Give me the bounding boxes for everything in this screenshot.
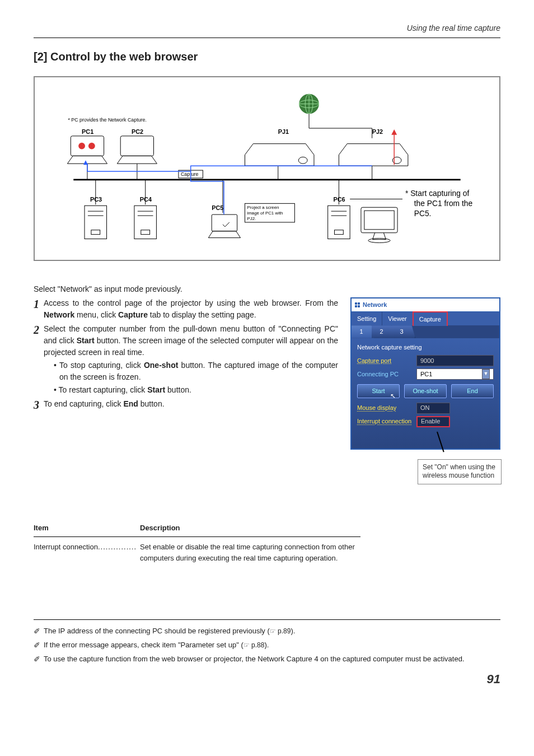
svg-text:PJ2.: PJ2. (247, 216, 256, 221)
input-capture-port[interactable]: 9000 (416, 355, 494, 366)
intro-text: Select "Network" as input mode previousl… (34, 283, 500, 295)
footnote-rule (34, 619, 500, 620)
window-title: Network (352, 298, 499, 312)
svg-text:PJ1: PJ1 (278, 128, 289, 135)
svg-rect-2 (71, 136, 104, 156)
label-mouse-display: Mouse display (357, 403, 413, 413)
instructions: 1 Access to the control page of the proj… (34, 297, 338, 489)
svg-text:PC4: PC4 (140, 196, 152, 203)
step-number: 1 (34, 297, 44, 321)
diag-caption: * PC provides the Network Capture. (68, 117, 147, 123)
top-rule (34, 38, 500, 38)
svg-point-31 (368, 239, 391, 243)
step-body: Select the computer number from the pull… (44, 323, 338, 396)
step-number: 2 (34, 323, 44, 396)
select-connecting-pc[interactable]: PC1 ▼ (416, 368, 494, 380)
table-desc: Set enable or disable the real time capt… (140, 542, 360, 563)
svg-text:PC2: PC2 (132, 128, 143, 135)
svg-text:PC5: PC5 (212, 204, 223, 211)
start-button[interactable]: Start ↖ (357, 384, 400, 398)
step-body: To end capturing, click End button. (44, 398, 338, 412)
svg-rect-16 (85, 206, 107, 239)
description-table: Item Description Interrupt connection...… (34, 522, 360, 564)
table-header-desc: Description (140, 522, 180, 534)
svg-text:PC6: PC6 (334, 196, 345, 203)
svg-text:the PC1 from the: the PC1 from the (414, 199, 473, 208)
network-icon (355, 302, 360, 307)
tab-viewer[interactable]: Viewer (382, 312, 413, 326)
pencil-icon: ✐ (34, 626, 40, 637)
cursor-icon: ↖ (390, 391, 396, 401)
pencil-icon: ✐ (34, 640, 40, 651)
svg-text:PC3: PC3 (90, 196, 102, 203)
label-interrupt-conn: Interrupt connection (357, 417, 413, 426)
step-number: 3 (34, 398, 44, 412)
svg-text:PC5.: PC5. (414, 209, 432, 218)
svg-text:image of PC1 with: image of PC1 with (247, 211, 283, 216)
pencil-icon: ✐ (34, 654, 40, 665)
svg-rect-29 (361, 207, 397, 232)
tab-setting[interactable]: Setting (352, 312, 382, 326)
page-number: 91 (34, 670, 500, 688)
svg-rect-28 (212, 214, 237, 231)
svg-point-3 (78, 143, 85, 150)
step-body: Access to the control page of the projec… (44, 297, 338, 321)
footnote: ✐ The IP address of the connecting PC sh… (34, 626, 500, 637)
svg-text:PJ2: PJ2 (372, 128, 383, 135)
svg-text:Project a screen: Project a screen (247, 205, 279, 210)
footnote: ✐ To use the capture function from the w… (34, 654, 500, 665)
svg-text:Capture: Capture (181, 171, 199, 177)
callout-note: Set "On" when using the wireless mouse f… (418, 459, 502, 484)
svg-rect-24 (328, 206, 350, 239)
label-connecting-pc: Connecting PC (357, 370, 413, 379)
panel-title: Network capture setting (357, 343, 494, 352)
table-item: Interrupt connection............... (34, 542, 140, 563)
svg-rect-20 (134, 206, 157, 239)
tab-capture[interactable]: Capture (413, 311, 448, 326)
end-button[interactable]: End (451, 384, 494, 398)
svg-rect-5 (120, 136, 153, 156)
subtab-3[interactable]: 3 (392, 325, 415, 338)
svg-text:PC1: PC1 (82, 128, 93, 135)
subtab-1[interactable]: 1 (352, 325, 375, 338)
settings-screenshot: Network Setting Viewer Capture 1 2 3 Net… (350, 297, 500, 450)
label-capture-port: Capture port (357, 356, 413, 366)
one-shot-button[interactable]: One-shot (404, 384, 447, 398)
page-header: Using the real time capture (34, 22, 500, 34)
footnote: ✐ If the error message appears, check it… (34, 640, 500, 651)
section-heading: [2] Control by the web browser (34, 48, 500, 65)
network-diagram: .lab{font:bold 11px Arial;fill:#000} .sm… (34, 76, 500, 261)
subtab-2[interactable]: 2 (372, 325, 395, 338)
svg-text:* Start capturing of: * Start capturing of (405, 189, 470, 198)
select-interrupt-conn[interactable]: Enable (416, 416, 450, 427)
table-header-item: Item (34, 522, 140, 534)
select-mouse-display[interactable]: ON (416, 403, 450, 414)
svg-point-4 (88, 143, 95, 150)
chevron-down-icon[interactable]: ▼ (482, 369, 490, 379)
svg-point-8 (298, 157, 307, 164)
